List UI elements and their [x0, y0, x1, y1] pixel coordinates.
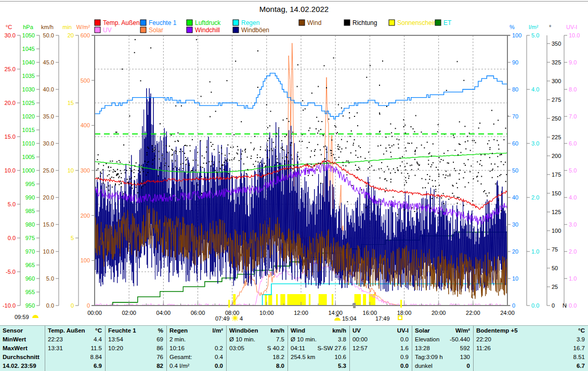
tick-label: 15 [68, 100, 74, 106]
x-tick-label: 12:00 [294, 310, 308, 316]
axis-Wm: 0100200300400500600W/m² [76, 24, 95, 309]
tick-label: -5.0 [6, 269, 16, 275]
row-label-text: Durchschnitt [3, 353, 40, 362]
column-unit: km/h [270, 326, 284, 335]
stat-row: 76 [108, 353, 163, 362]
tick-label: 25 [552, 284, 558, 290]
row-label-text: MaxWert [3, 344, 28, 353]
axis-unit-label: l/m² [529, 24, 539, 30]
axis-unit-label: km/h [41, 24, 54, 30]
stat-row: 6.9 [48, 362, 102, 370]
sunrise-axis-marker [228, 300, 230, 308]
tick-label: 10.0 [5, 167, 16, 174]
tick-label: 990 [25, 194, 35, 201]
tick-label: 950 [25, 302, 35, 309]
column-header: Temp. Außen°C [48, 326, 102, 335]
tick-label: 275 [552, 97, 561, 103]
stat-value: 11.5 [90, 344, 102, 353]
row-label: Durchschnitt [3, 353, 42, 362]
tick-label: 5.0 [569, 167, 577, 174]
tick-label: 50.0 [43, 32, 54, 38]
tick-label: 1.0 [531, 248, 539, 255]
column-name: Feuchte 1 [108, 326, 136, 335]
tick-label: 90 [512, 59, 518, 65]
column-unit: UV-I [397, 326, 409, 335]
x-tick-label: 24:00 [500, 310, 515, 316]
tick-label: 0.0 [8, 235, 16, 241]
stat-value: 7.5 [276, 335, 284, 344]
row-label: MaxWert [3, 344, 42, 353]
row-label-text: 14.02. 23:59 [3, 362, 36, 370]
tick-label: 1030 [22, 86, 35, 92]
tick-label: 1025 [22, 100, 35, 106]
stat-row: Gesamt:0.4 [169, 353, 223, 362]
tick-label: 10 [512, 275, 518, 282]
tick-label: 60 [512, 140, 518, 147]
tick-label: 75 [552, 246, 558, 253]
tick-label: 3.0 [569, 221, 577, 228]
tick-label: 5.0 [46, 275, 54, 282]
tick-label: 150 [552, 190, 561, 196]
stat-row: 2 min. [169, 335, 223, 344]
stat-label: Ø 10 min. [229, 335, 255, 344]
stat-row: 03:05S 40.2 [229, 344, 284, 353]
tick-label: 0.0 [531, 302, 539, 309]
tick-label: 10.0 [43, 248, 54, 255]
tick-label: 1040 [22, 59, 35, 65]
tick-label: 955 [25, 289, 35, 295]
stats-table: SensorMinWertMaxWertDurchschnitt14.02. 2… [0, 325, 588, 371]
x-tick-label: 20:00 [432, 310, 446, 316]
x-tick-label: 16:00 [363, 310, 377, 316]
legend-label: Windchill [195, 27, 220, 34]
tick-label: 30.0 [5, 32, 16, 38]
series-line [95, 88, 507, 292]
stat-value: 592 [460, 344, 470, 353]
tick-label: 20 [512, 248, 518, 255]
tick-label: 8.0 [569, 86, 577, 92]
x-tick-label: 22:00 [466, 310, 480, 316]
column-name: Wind [291, 326, 305, 335]
axis-unit-label: % [509, 24, 515, 30]
tick-label: 80 [512, 86, 518, 92]
tick-label: 1.0 [569, 275, 577, 282]
legend-label: ET [443, 19, 452, 27]
stat-row: Ø 10 min.7.5 [229, 335, 284, 344]
stats-column-windb-en: Windböenkm/hØ 10 min.7.503:05S 40.218.28… [226, 326, 288, 371]
column-header: UVUV-I [352, 326, 409, 335]
tick-label: 30 [512, 221, 518, 228]
tick-label: 5.0 [8, 201, 16, 207]
stat-value: 8.51 [573, 353, 585, 362]
tick-label: 225 [552, 134, 561, 140]
stats-column-sensor: SensorMinWertMaxWertDurchschnitt14.02. 2… [0, 326, 45, 371]
legend-swatch-et [435, 20, 441, 25]
legend-label: Regen [241, 19, 259, 27]
tick-label: 0 [71, 302, 74, 309]
axis-unit-label: °C [6, 24, 12, 30]
legend-label: Windböen [241, 27, 269, 34]
tick-label: 995 [25, 181, 35, 187]
stat-label: 13:28 [415, 344, 430, 353]
stat-value: 76 [156, 353, 163, 362]
axis-min: 05101520min [62, 24, 79, 309]
tick-label: 10.0 [569, 32, 580, 38]
column-unit: W/m² [455, 326, 470, 335]
stat-label: 254.5 km [291, 353, 315, 362]
column-unit: l/m² [213, 326, 223, 335]
tick-label: 25.0 [5, 66, 16, 72]
moonset-icon [32, 315, 38, 318]
stat-value: 3.9 [577, 335, 585, 344]
tick-label: 125 [552, 209, 561, 215]
tick-label: -10.0 [3, 302, 16, 309]
stat-row: 00:000.0 [352, 335, 409, 344]
legend-swatch-feuchte-1 [140, 20, 146, 25]
row-label: 14.02. 23:59 [3, 362, 42, 370]
stat-row: Tag:3:09 h130 [415, 353, 470, 362]
x-tick-label: 14:00 [328, 310, 343, 316]
column-name: Solar [415, 326, 430, 335]
stat-label: 11:26 [476, 344, 491, 353]
stat-label: 04:11 [291, 344, 305, 353]
tick-label: 0.0 [46, 302, 54, 309]
tick-label: 40.0 [43, 86, 54, 92]
stat-row: 0.0 [352, 362, 409, 370]
tick-label: 10 [68, 167, 74, 174]
